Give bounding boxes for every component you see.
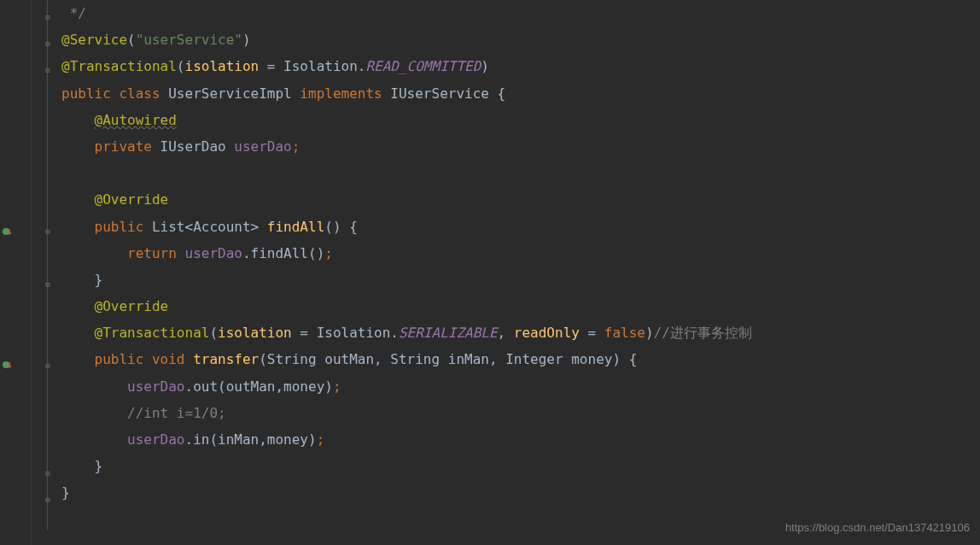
annotation: @Override xyxy=(95,191,169,208)
type-name: List<Account> xyxy=(152,219,267,235)
annotation-autowired: @Autowired xyxy=(95,112,177,128)
keyword: return xyxy=(127,245,184,261)
code-line[interactable]: public class UserServiceImpl implements … xyxy=(61,80,980,107)
code-content[interactable]: */ @Service("userService") @Transactiona… xyxy=(51,0,980,545)
param-name: readOnly xyxy=(514,325,580,341)
class-name: UserServiceImpl xyxy=(168,85,300,102)
semicolon: ; xyxy=(333,378,341,395)
fold-marker[interactable]: ⊟ xyxy=(44,10,52,19)
code-line[interactable]: } xyxy=(61,479,980,506)
editor-gutter: ⊟ ⊟ ⊟ ⊟ ⊟ ⊟ ⊟ ⊟ xyxy=(0,0,51,545)
code-line[interactable]: private IUserDao userDao; xyxy=(61,133,980,160)
paren: ( xyxy=(177,58,185,74)
fold-marker[interactable]: ⊟ xyxy=(44,278,52,286)
brace: } xyxy=(95,272,103,288)
code-line[interactable]: @Transactional(isolation = Isolation.SER… xyxy=(61,319,980,346)
watermark-text: https://blog.csdn.net/Dan1374219106 xyxy=(785,517,970,538)
code-line[interactable]: userDao.out(outMan,money); xyxy=(61,373,980,400)
field-name: userDao xyxy=(234,138,291,155)
paren: ) xyxy=(645,325,654,341)
code-line[interactable]: */ xyxy=(61,0,980,26)
code-line[interactable]: public List<Account> findAll() { xyxy=(61,214,980,240)
paren: ( xyxy=(209,325,218,341)
constant: READ_COMMITTED xyxy=(365,58,481,74)
override-gutter-icon[interactable] xyxy=(2,359,14,371)
paren: ( xyxy=(127,32,136,48)
code-line[interactable]: @Service("userService") xyxy=(61,26,980,53)
code-line[interactable]: //int i=1/0; xyxy=(61,400,980,426)
type-name: IUserDao xyxy=(160,138,235,155)
code-line[interactable]: public void transfer(String outMan, Stri… xyxy=(61,346,980,372)
comment-text: //int i=1/0; xyxy=(127,405,226,421)
code-line[interactable]: userDao.in(inMan,money); xyxy=(61,426,980,453)
fold-marker[interactable]: ⊟ xyxy=(44,37,52,45)
string-literal: "userService" xyxy=(136,32,242,48)
method-call: .findAll() xyxy=(242,245,324,261)
text: = Isolation. xyxy=(292,325,399,341)
keyword-false: false xyxy=(604,325,645,341)
fold-marker[interactable]: ⊟ xyxy=(44,493,52,501)
code-line[interactable]: @Autowired xyxy=(61,107,980,133)
code-line[interactable] xyxy=(61,160,980,186)
param-name: isolation xyxy=(185,58,260,74)
text: = Isolation. xyxy=(259,58,365,74)
annotation: @Transactional xyxy=(95,325,210,341)
keyword: implements xyxy=(300,85,390,102)
fold-marker[interactable]: ⊟ xyxy=(44,466,52,475)
code-line[interactable]: } xyxy=(61,267,980,293)
semicolon: ; xyxy=(292,138,300,155)
semicolon: ; xyxy=(317,431,325,448)
method-name: transfer xyxy=(193,351,259,367)
fold-marker[interactable]: ⊟ xyxy=(44,359,52,367)
param-name: isolation xyxy=(218,325,292,341)
semicolon: ; xyxy=(324,245,333,261)
keyword: public class xyxy=(61,85,168,102)
constant: SERIALIZABLE xyxy=(399,325,498,341)
code-line[interactable]: @Override xyxy=(61,293,980,319)
keyword: public void xyxy=(95,351,194,367)
fold-marker[interactable]: ⊟ xyxy=(44,225,52,233)
field-ref: userDao xyxy=(127,378,184,395)
keyword: public xyxy=(95,219,152,235)
signature: () { xyxy=(324,219,358,235)
brace: } xyxy=(61,484,70,501)
paren: ) xyxy=(242,32,251,48)
code-line[interactable]: } xyxy=(61,453,980,479)
method-call: .in(inMan,money) xyxy=(185,431,317,448)
interface-name: IUserService { xyxy=(390,85,505,102)
brace: } xyxy=(95,458,103,474)
annotation: @Transactional xyxy=(61,58,177,74)
comment-text: */ xyxy=(61,5,86,21)
fold-line xyxy=(47,0,48,530)
code-line[interactable]: @Transactional(isolation = Isolation.REA… xyxy=(61,53,980,79)
keyword: private xyxy=(95,138,160,155)
gutter-stripe xyxy=(31,0,32,545)
annotation: @Service xyxy=(61,32,127,48)
override-gutter-icon[interactable] xyxy=(2,226,14,237)
method-name: findAll xyxy=(267,219,324,235)
field-ref: userDao xyxy=(127,431,184,448)
paren: ) xyxy=(481,58,489,74)
field-ref: userDao xyxy=(185,245,242,261)
equals: = xyxy=(580,325,604,341)
code-line[interactable]: @Override xyxy=(61,186,980,213)
signature: (String outMan, String inMan, Integer mo… xyxy=(259,351,637,367)
code-line[interactable]: return userDao.findAll(); xyxy=(61,240,980,267)
method-call: .out(outMan,money) xyxy=(185,378,333,395)
annotation: @Override xyxy=(95,298,169,314)
code-editor[interactable]: ⊟ ⊟ ⊟ ⊟ ⊟ ⊟ ⊟ ⊟ */ @Service("userService… xyxy=(0,0,980,545)
comma: , xyxy=(498,325,514,341)
fold-marker[interactable]: ⊟ xyxy=(44,63,52,72)
comment-text: //进行事务控制 xyxy=(654,325,752,341)
